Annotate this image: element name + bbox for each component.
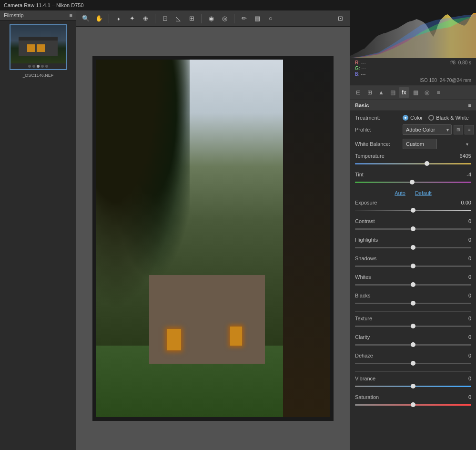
exposure-track-wrapper[interactable] xyxy=(355,207,471,214)
filmstrip-menu-icon[interactable]: ≡ xyxy=(70,12,72,18)
color-sampler-tool[interactable]: ✦ xyxy=(126,13,138,24)
shadows-track xyxy=(355,266,471,267)
blacks-header: Blacks 0 xyxy=(355,293,471,298)
blacks-label: Blacks xyxy=(355,293,370,298)
temperature-track-wrapper[interactable] xyxy=(355,160,471,167)
b-label: B: --- xyxy=(355,72,366,77)
blacks-thumb[interactable] xyxy=(411,301,415,306)
texture-value: 0 xyxy=(452,316,471,321)
vibrance-slider-row: Vibrance 0 xyxy=(355,376,471,389)
blacks-slider-row: Blacks 0 xyxy=(355,293,471,307)
tab-effects[interactable]: ≡ xyxy=(433,87,444,98)
treatment-color-radio[interactable] xyxy=(403,115,408,121)
open-image-btn[interactable]: ⊡ xyxy=(334,13,346,24)
saturation-thumb[interactable] xyxy=(411,402,415,407)
default-button[interactable]: Default xyxy=(415,190,432,196)
white-balance-row: White Balance: As Shot Auto Daylight Clo… xyxy=(355,139,471,149)
graduated-filter-tool[interactable]: ▤ xyxy=(252,13,263,24)
radial-filter-tool[interactable]: ○ xyxy=(265,13,276,24)
blacks-track-wrapper[interactable] xyxy=(355,300,471,307)
tint-track xyxy=(355,182,471,183)
tab-hsl[interactable]: ▤ xyxy=(387,87,398,98)
crop-tool[interactable]: ⊡ xyxy=(159,13,171,24)
dot-active xyxy=(37,65,40,68)
exposure-value: 0.00 xyxy=(452,200,471,205)
vibrance-thumb[interactable] xyxy=(411,384,415,389)
adjustment-brush-tool[interactable]: ✏ xyxy=(238,13,250,24)
transform-tool[interactable]: ⊞ xyxy=(186,13,197,24)
treatment-label: Treatment: xyxy=(355,115,403,121)
tab-detail[interactable]: ▦ xyxy=(410,87,421,98)
shadows-header: Shadows 0 xyxy=(355,256,471,261)
vibrance-track-wrapper[interactable] xyxy=(355,383,471,389)
zoom-tool[interactable]: 🔍 xyxy=(80,13,91,24)
section-divider-2 xyxy=(355,371,471,372)
profile-grid-view[interactable]: ⊞ xyxy=(454,125,463,134)
white-balance-select[interactable]: As Shot Auto Daylight Cloudy Shade Tungs… xyxy=(403,139,437,149)
white-balance-tool[interactable]: ⬧ xyxy=(113,13,124,24)
highlights-thumb[interactable] xyxy=(411,245,415,250)
spot-removal-tool[interactable]: ◉ xyxy=(205,13,217,24)
straighten-tool[interactable]: ◺ xyxy=(172,13,184,24)
whites-value: 0 xyxy=(452,274,471,280)
dot xyxy=(32,65,35,68)
targeted-adjustment-tool[interactable]: ⊕ xyxy=(140,13,151,24)
contrast-track-wrapper[interactable] xyxy=(355,225,471,232)
treatment-color-option[interactable]: Color xyxy=(403,115,423,121)
shadows-track-wrapper[interactable] xyxy=(355,263,471,269)
exposure-label: Exposure xyxy=(355,200,377,205)
highlights-value: 0 xyxy=(452,237,471,243)
profile-list-view[interactable]: ≡ xyxy=(465,125,474,134)
texture-thumb[interactable] xyxy=(411,324,415,328)
vibrance-value: 0 xyxy=(452,376,471,381)
tab-histogram[interactable]: ⊟ xyxy=(353,87,364,98)
r-label: R: --- xyxy=(355,60,366,65)
exif-exposure: f/8 0.80 s xyxy=(450,60,471,77)
auto-button[interactable]: Auto xyxy=(395,190,405,196)
clarity-track-wrapper[interactable] xyxy=(355,341,471,348)
exif-rgb: R: --- G: --- B: --- xyxy=(355,60,366,77)
basic-panel-menu-icon[interactable]: ≡ xyxy=(468,102,471,108)
shadows-thumb[interactable] xyxy=(411,264,415,268)
texture-track-wrapper[interactable] xyxy=(355,323,471,329)
highlights-header: Highlights 0 xyxy=(355,237,471,243)
tint-track-wrapper[interactable] xyxy=(355,179,471,185)
shadows-slider-row: Shadows 0 xyxy=(355,256,471,269)
saturation-track-wrapper[interactable] xyxy=(355,401,471,408)
profile-select[interactable]: Adobe Color Adobe Landscape Adobe Portra… xyxy=(403,124,452,135)
tool-separator-3 xyxy=(201,14,202,23)
photo-display xyxy=(96,60,330,417)
highlights-track-wrapper[interactable] xyxy=(355,244,471,251)
temperature-track xyxy=(355,163,471,164)
dehaze-label: Dehaze xyxy=(355,353,373,358)
treatment-bw-option[interactable]: Black & White xyxy=(428,115,468,121)
tab-color-grading[interactable]: fx xyxy=(399,87,409,98)
thumbnail-item[interactable] xyxy=(10,24,67,70)
tint-thumb[interactable] xyxy=(410,180,415,184)
filmstrip-header: Filmstrip ≡ xyxy=(0,10,76,20)
whites-thumb[interactable] xyxy=(411,282,415,287)
dehaze-thumb[interactable] xyxy=(411,361,415,366)
saturation-slider-row: Saturation 0 xyxy=(355,394,471,408)
texture-header: Texture 0 xyxy=(355,316,471,321)
temperature-thumb[interactable] xyxy=(425,161,429,166)
vibrance-label: Vibrance xyxy=(355,376,375,381)
treatment-bw-radio[interactable] xyxy=(428,115,434,121)
clarity-thumb[interactable] xyxy=(411,342,415,347)
tab-tone-curve[interactable]: ▲ xyxy=(376,87,386,98)
exposure-thumb[interactable] xyxy=(411,208,415,213)
tint-label: Tint xyxy=(355,172,364,177)
temperature-label: Temperature xyxy=(355,153,385,159)
contrast-thumb[interactable] xyxy=(411,226,415,231)
tint-header: Tint -4 xyxy=(355,172,471,177)
tab-basic[interactable]: ⊞ xyxy=(365,87,375,98)
dehaze-track-wrapper[interactable] xyxy=(355,360,471,367)
tab-lens[interactable]: ◎ xyxy=(422,87,432,98)
exposure-slider-row: Exposure 0.00 xyxy=(355,200,471,214)
red-eye-tool[interactable]: ◎ xyxy=(219,13,230,24)
saturation-header: Saturation 0 xyxy=(355,394,471,400)
whites-track-wrapper[interactable] xyxy=(355,281,471,288)
dot xyxy=(28,65,31,68)
hand-tool[interactable]: ✋ xyxy=(93,13,105,24)
contrast-track xyxy=(355,228,471,230)
